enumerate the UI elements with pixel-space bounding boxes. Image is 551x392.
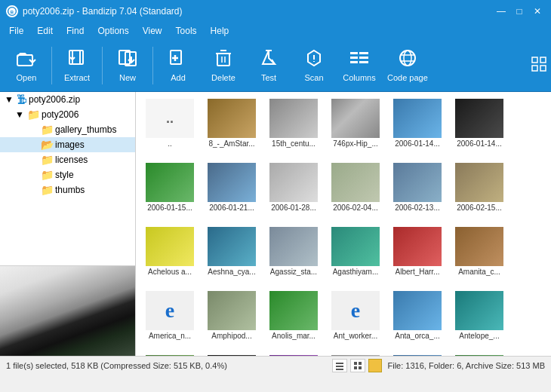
file-item-3[interactable]: 746px-Hip_... xyxy=(325,95,386,159)
file-name-19: Amphipod... xyxy=(211,332,251,340)
toolbar: Open Extract New Add Delete Test xyxy=(0,39,551,92)
titlebar-left: B poty2006.zip - Bandizip 7.04 (Standard… xyxy=(6,5,182,17)
svg-rect-22 xyxy=(336,366,343,367)
file-item-27[interactable]: Astronotus... xyxy=(325,351,386,356)
scan-button[interactable]: Scan xyxy=(292,43,336,88)
spacer-3 xyxy=(27,154,39,166)
file-name-8: 2006-01-28... xyxy=(271,204,316,212)
file-item-26[interactable]: Apis_mellif... xyxy=(263,351,325,356)
file-name-22: Anta_orca_... xyxy=(395,332,439,340)
file-item-4[interactable]: 2006-01-14... xyxy=(386,95,448,159)
list-view-button[interactable] xyxy=(332,359,347,372)
file-thumb-22 xyxy=(393,291,442,330)
file-thumb-23 xyxy=(455,291,503,330)
file-thumb-9 xyxy=(331,163,380,202)
folder-icon: 📁 xyxy=(27,109,40,121)
tree-item-images[interactable]: 📂 images xyxy=(0,137,135,152)
file-item-14[interactable]: Agassiz_sta... xyxy=(263,223,325,287)
file-item-parent[interactable]: .. .. xyxy=(139,95,201,159)
file-item-11[interactable]: 2006-02-15... xyxy=(448,159,510,223)
file-item-18[interactable]: e America_n... xyxy=(139,287,201,351)
add-label: Add xyxy=(171,73,186,82)
preview-image xyxy=(0,266,135,356)
file-item-10[interactable]: 2006-02-13... xyxy=(386,159,448,223)
tree-label-images: images xyxy=(55,139,85,150)
file-item-8[interactable]: 2006-01-28... xyxy=(263,159,325,223)
file-name-20: Anolis_mar... xyxy=(272,332,316,340)
menu-options[interactable]: Options xyxy=(91,24,134,38)
grid-view-button[interactable] xyxy=(350,359,365,372)
file-item-19[interactable]: Amphipod... xyxy=(201,287,263,351)
menu-edit[interactable]: Edit xyxy=(31,24,59,38)
file-item-28[interactable]: Athabasca_... xyxy=(386,351,448,356)
menu-tools[interactable]: Tools xyxy=(170,24,203,38)
file-item-7[interactable]: 2006-01-21... xyxy=(201,159,263,223)
file-item-17[interactable]: Amanita_c... xyxy=(448,223,510,287)
tree-item-poty2006[interactable]: ▼ 📁 poty2006 xyxy=(0,107,135,122)
file-thumb-19 xyxy=(208,291,256,330)
window-controls: — □ ✕ xyxy=(494,4,545,19)
open-label: Open xyxy=(17,73,37,82)
file-item-21[interactable]: e Ant_worker... xyxy=(325,287,386,351)
maximize-button[interactable]: □ xyxy=(512,4,527,19)
file-item-13[interactable]: Aeshna_cya... xyxy=(201,223,263,287)
file-item-2[interactable]: 15th_centu... xyxy=(263,95,325,159)
scan-label: Scan xyxy=(304,73,323,82)
file-item-5[interactable]: 2006-01-14... xyxy=(448,95,510,159)
tree-item-root[interactable]: ▼ 🗜 poty2006.zip xyxy=(0,92,135,107)
file-item-16[interactable]: Albert_Harr... xyxy=(386,223,448,287)
file-name-17: Amanita_c... xyxy=(458,268,500,276)
codepage-button[interactable]: Code page xyxy=(383,43,432,88)
file-thumb-5 xyxy=(455,99,503,138)
svg-rect-25 xyxy=(359,362,362,365)
file-item-23[interactable]: Antelope_... xyxy=(448,287,510,351)
file-item-22[interactable]: Anta_orca_... xyxy=(386,287,448,351)
grid-view-icon[interactable] xyxy=(531,57,546,74)
columns-icon xyxy=(349,49,370,70)
file-grid: .. .. 8_-_AmStar... 15th_centu... 746px-… xyxy=(136,92,551,356)
file-name-23: Antelope_... xyxy=(459,332,499,340)
tree-label-root: poty2006.zip xyxy=(29,94,80,105)
tree-item-licenses[interactable]: 📁 licenses xyxy=(0,152,135,167)
left-panel: ▼ 🗜 poty2006.zip ▼ 📁 poty2006 📁 gallery_… xyxy=(0,92,136,356)
file-name-14: Agassiz_sta... xyxy=(270,268,317,276)
file-thumb-17 xyxy=(455,227,503,266)
file-name: .. xyxy=(168,139,172,148)
file-item-24[interactable]: Anthomyii... xyxy=(139,351,201,356)
tree-item-gallery[interactable]: 📁 gallery_thumbs xyxy=(0,122,135,137)
menu-help[interactable]: Help xyxy=(205,24,235,38)
svg-point-14 xyxy=(404,51,411,66)
minimize-button[interactable]: — xyxy=(494,4,509,19)
test-button[interactable]: Test xyxy=(247,43,291,88)
file-item-12[interactable]: Achelous a... xyxy=(139,223,201,287)
file-item-29[interactable]: Austria_Bu... xyxy=(448,351,510,356)
menu-find[interactable]: Find xyxy=(60,24,90,38)
delete-icon xyxy=(213,49,234,70)
file-thumb-8 xyxy=(269,163,318,202)
columns-label: Columns xyxy=(343,73,375,82)
close-button[interactable]: ✕ xyxy=(530,4,545,19)
app-icon: B xyxy=(6,5,18,17)
file-item-6[interactable]: 2006-01-15... xyxy=(139,159,201,223)
open-button[interactable]: Open xyxy=(5,43,48,88)
file-thumb-27 xyxy=(331,355,380,356)
file-item-15[interactable]: Agasthiyam... xyxy=(325,223,386,287)
open-icon xyxy=(16,49,37,70)
extract-button[interactable]: Extract xyxy=(55,43,99,88)
svg-text:B: B xyxy=(11,10,14,14)
tree-item-thumbs[interactable]: 📁 thumbs xyxy=(0,182,135,198)
menu-view[interactable]: View xyxy=(137,24,168,38)
separator-1 xyxy=(51,47,52,84)
expand-icon: ▼ xyxy=(3,93,15,106)
add-button[interactable]: Add xyxy=(156,43,200,88)
columns-button[interactable]: Columns xyxy=(337,43,381,88)
new-button[interactable]: New xyxy=(106,43,149,88)
file-item-25[interactable]: Anvil_shap... xyxy=(201,351,263,356)
menu-file[interactable]: File xyxy=(3,24,29,38)
file-item-1[interactable]: 8_-_AmStar... xyxy=(201,95,263,159)
file-item-20[interactable]: Anolis_mar... xyxy=(263,287,325,351)
tree-item-style[interactable]: 📁 style xyxy=(0,167,135,182)
file-item-9[interactable]: 2006-02-04... xyxy=(325,159,386,223)
file-name-21: Ant_worker... xyxy=(334,332,377,340)
delete-button[interactable]: Delete xyxy=(202,43,245,88)
